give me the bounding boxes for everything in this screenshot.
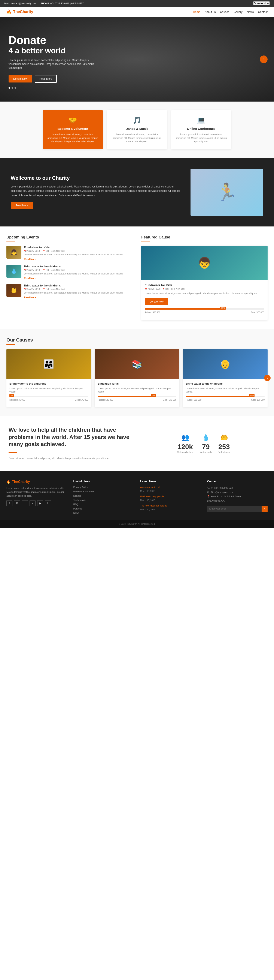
children-label: Children helped xyxy=(177,451,193,453)
event-date-2: 📅 Aug 25, 2018 xyxy=(24,269,40,271)
event-read-more-2[interactable]: Read More xyxy=(24,277,36,279)
nav-news-link[interactable]: News xyxy=(247,10,254,13)
footer-about-text: Lorem ipsum dolor sit amet, consectetur … xyxy=(6,486,67,498)
hero-donate-button[interactable]: Donate Now xyxy=(9,75,32,83)
nav-home[interactable]: Home xyxy=(193,10,200,13)
event-item-3: 👶 Bring water to the childrens 📅 Aug 25,… xyxy=(6,284,133,299)
featured-cause-content: Fundraiser for Kids 📅 Aug 25, 2018 📍 Bal… xyxy=(141,280,268,320)
hero-title-line2: 4 a better world xyxy=(9,46,265,55)
cause-percent-3: 83% xyxy=(249,394,255,397)
logo-text: TheCharity xyxy=(13,10,33,14)
event-read-more-3[interactable]: Read More xyxy=(24,296,36,299)
navbar: 🔥 TheCharity Home About us Causes Galler… xyxy=(0,6,274,17)
facebook-icon[interactable]: f xyxy=(6,500,13,506)
stats-underline xyxy=(9,452,17,453)
email-info: MAIL: contact@ourcharity.com xyxy=(4,2,36,5)
hero-read-more-button[interactable]: Read More xyxy=(35,75,57,83)
nav-gallery-link[interactable]: Gallery xyxy=(234,10,242,13)
cause-title-1: Bring water to the childrens xyxy=(10,382,88,385)
event-desc-2: Lorem ipsum dolor sit amet, consectetur … xyxy=(24,272,124,275)
welcome-read-more-button[interactable]: Read More xyxy=(11,202,33,209)
cause-raised-2: Raised: $36 960 xyxy=(98,399,113,401)
event-location-3: 📍 Ball Room New York xyxy=(43,288,65,290)
welcome-image: 🏃 xyxy=(190,169,263,216)
hero-dot-1[interactable] xyxy=(9,87,10,89)
footer-link-faq[interactable]: FAQ xyxy=(73,503,134,506)
nav-contact[interactable]: Contact xyxy=(258,10,268,13)
volunteers-icon: 🤲 xyxy=(219,434,230,441)
volunteers-number: 253 xyxy=(219,443,230,451)
featured-progress-percent: 65% xyxy=(220,307,226,310)
cause-progress-2: 70% xyxy=(98,396,176,397)
footer-link-testimonials[interactable]: Testimonials xyxy=(73,499,134,501)
footer-news-3: The new ideas for helping March 10, 2018 xyxy=(140,504,201,511)
cause-fill-3 xyxy=(186,396,251,397)
footer-bottom: © 2018 TheCharity. All rights reserved. xyxy=(0,520,274,528)
cause-goal-1: Goal: $70 000 xyxy=(75,399,88,401)
cause-desc-1: Lorem ipsum dolor sit amet, consectetur … xyxy=(10,387,88,394)
nav-home-link[interactable]: Home xyxy=(193,10,200,14)
cause-fill-2 xyxy=(98,396,153,397)
instagram-icon[interactable]: in xyxy=(30,500,36,506)
footer-link-news[interactable]: News xyxy=(73,512,134,514)
event-item-1: 👧 Fundraiser for Kids 📅 Aug 25, 2018 📍 B… xyxy=(6,246,133,261)
footer-news-link-2[interactable]: We love to help people xyxy=(140,495,201,498)
stat-wells: 💧 79 Water wells xyxy=(200,434,212,453)
nav-about-link[interactable]: About us xyxy=(204,10,215,13)
footer-email-input[interactable] xyxy=(207,506,262,512)
nav-news[interactable]: News xyxy=(247,10,254,13)
cause-card-2: 📚 Education for all Lorem ipsum dolor si… xyxy=(95,349,179,407)
causes-next-button[interactable]: › xyxy=(264,375,271,381)
stats-numbers: 👥 120k Children helped 💧 79 Water wells … xyxy=(141,434,265,453)
event-desc-3: Lorem ipsum dolor sit amet, consectetur … xyxy=(24,291,124,294)
event-meta-2: 📅 Aug 25, 2018 📍 Ball Room New York xyxy=(24,269,124,271)
hero-dot-2[interactable] xyxy=(11,87,13,89)
linkedin-icon[interactable]: li xyxy=(45,500,51,506)
footer-link-donate[interactable]: Donate xyxy=(73,495,134,497)
cause-image-1: 👨‍👩‍👧 xyxy=(6,349,91,379)
youtube-icon[interactable]: ▶ xyxy=(37,500,43,506)
events-featured-section: Upcoming Events 👧 Fundraiser for Kids 📅 … xyxy=(0,226,274,329)
twitter-icon[interactable]: t xyxy=(22,500,28,506)
nav-gallery[interactable]: Gallery xyxy=(234,10,242,13)
footer-email-row: › xyxy=(207,506,268,512)
cause-goal-2: Goal: $70 000 xyxy=(163,399,176,401)
welcome-section: Wellcome to our Charity Lorem ipsum dolo… xyxy=(0,158,274,226)
volunteer-icon: 🤝 xyxy=(47,116,98,124)
nav-about[interactable]: About us xyxy=(204,10,215,13)
footer-link-privacy[interactable]: Privacy Policy xyxy=(73,486,134,488)
event-date-1: 📅 Aug 25, 2018 xyxy=(24,250,40,252)
featured-raised: Raised: $36 960 xyxy=(145,311,160,314)
contact-email: ✉ office@someplace.com xyxy=(207,490,268,495)
welcome-description: Lorem ipsum dolor sit amet, consectetur … xyxy=(11,185,182,197)
feature-volunteer-desc: Lorem ipsum dolor sit amet, consectetur … xyxy=(47,133,98,143)
footer-news-link-1[interactable]: A new cause to help xyxy=(140,486,201,488)
nav-contact-link[interactable]: Contact xyxy=(258,10,268,13)
featured-cause-card: 👦 Fundraiser for Kids 📅 Aug 25, 2018 📍 B… xyxy=(141,246,268,320)
pinterest-icon[interactable]: P xyxy=(14,500,20,506)
contact-phone: 📞 +44 (0)7 696003 223 xyxy=(207,486,268,490)
hero-dot-3[interactable] xyxy=(14,87,16,89)
top-donate-button[interactable]: Donate Now xyxy=(253,1,270,5)
footer-links-col: Useful Links Privacy Policy Become a Vol… xyxy=(73,480,134,516)
event-image-2: 💧 xyxy=(6,265,21,278)
nav-causes-link[interactable]: Causes xyxy=(220,10,229,13)
cause-image-3: 👴 xyxy=(183,349,268,379)
footer-link-portfolio[interactable]: Portfolio xyxy=(73,508,134,510)
event-date-3: 📅 Aug 25, 2018 xyxy=(24,288,40,290)
nav-causes[interactable]: Causes xyxy=(220,10,229,13)
copyright-text: © 2018 TheCharity. All rights reserved. xyxy=(119,523,155,525)
event-read-more-1[interactable]: Read More xyxy=(24,258,36,260)
footer-subscribe-button[interactable]: › xyxy=(261,506,268,512)
cause-title-2: Education for all xyxy=(98,382,176,385)
event-meta-1: 📅 Aug 25, 2018 📍 Ball Room New York xyxy=(24,250,124,252)
stats-text: We love to help all the children that ha… xyxy=(9,426,133,461)
featured-donate-button[interactable]: Donate Now xyxy=(145,298,168,305)
stats-headline: We love to help all the children that ha… xyxy=(9,426,133,448)
footer-link-volunteer[interactable]: Become a Volunteer xyxy=(73,490,134,493)
footer-news-link-3[interactable]: The new ideas for helping xyxy=(140,504,201,507)
cause-labels-2: Raised: $36 960 Goal: $70 000 xyxy=(98,399,176,401)
hero-buttons: Donate Now Read More xyxy=(9,75,265,83)
event-info-2: Bring water to the childrens 📅 Aug 25, 2… xyxy=(24,265,124,280)
featured-progress-bar: 65% xyxy=(145,308,264,310)
